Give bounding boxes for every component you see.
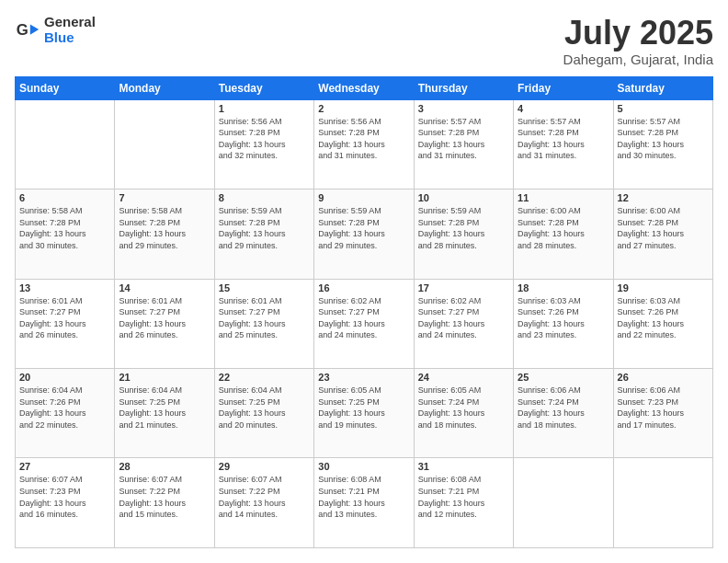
table-row: 26Sunrise: 6:06 AM Sunset: 7:23 PM Dayli…: [613, 369, 712, 458]
day-info: Sunrise: 6:03 AM Sunset: 7:26 PM Dayligh…: [618, 295, 709, 341]
day-info: Sunrise: 6:05 AM Sunset: 7:25 PM Dayligh…: [318, 385, 409, 431]
day-number: 8: [219, 192, 310, 203]
table-row: 30Sunrise: 6:08 AM Sunset: 7:21 PM Dayli…: [314, 458, 414, 548]
day-info: Sunrise: 5:58 AM Sunset: 7:28 PM Dayligh…: [119, 205, 210, 251]
header-saturday: Saturday: [613, 76, 712, 99]
table-row: 28Sunrise: 6:07 AM Sunset: 7:22 PM Dayli…: [115, 458, 214, 548]
day-number: 4: [518, 103, 609, 114]
month-title: July 2025: [563, 15, 713, 52]
day-number: 28: [119, 461, 210, 472]
day-number: 15: [219, 282, 310, 293]
day-number: 13: [19, 282, 110, 293]
table-row: 27Sunrise: 6:07 AM Sunset: 7:23 PM Dayli…: [16, 458, 115, 548]
header-tuesday: Tuesday: [214, 76, 313, 99]
header: G General Blue July 2025 Dahegam, Gujara…: [15, 15, 713, 67]
day-info: Sunrise: 6:07 AM Sunset: 7:22 PM Dayligh…: [219, 474, 310, 520]
day-info: Sunrise: 6:06 AM Sunset: 7:23 PM Dayligh…: [618, 385, 709, 431]
svg-marker-1: [30, 24, 39, 34]
table-row: 10Sunrise: 5:59 AM Sunset: 7:28 PM Dayli…: [414, 190, 513, 279]
header-thursday: Thursday: [414, 76, 513, 99]
week-row-1: 6Sunrise: 5:58 AM Sunset: 7:28 PM Daylig…: [16, 190, 713, 279]
table-row: 5Sunrise: 5:57 AM Sunset: 7:28 PM Daylig…: [613, 99, 712, 189]
table-row: 6Sunrise: 5:58 AM Sunset: 7:28 PM Daylig…: [16, 190, 115, 279]
day-info: Sunrise: 5:57 AM Sunset: 7:28 PM Dayligh…: [518, 116, 609, 162]
table-row: 8Sunrise: 5:59 AM Sunset: 7:28 PM Daylig…: [214, 190, 313, 279]
day-number: 1: [219, 103, 310, 114]
day-info: Sunrise: 5:57 AM Sunset: 7:28 PM Dayligh…: [618, 116, 709, 162]
day-number: 21: [119, 372, 210, 383]
table-row: [514, 458, 613, 548]
day-number: 3: [418, 103, 509, 114]
table-row: 21Sunrise: 6:04 AM Sunset: 7:25 PM Dayli…: [115, 369, 214, 458]
day-number: 5: [618, 103, 709, 114]
table-row: 24Sunrise: 6:05 AM Sunset: 7:24 PM Dayli…: [414, 369, 513, 458]
day-number: 30: [318, 461, 409, 472]
day-info: Sunrise: 6:00 AM Sunset: 7:28 PM Dayligh…: [618, 205, 709, 251]
day-info: Sunrise: 6:08 AM Sunset: 7:21 PM Dayligh…: [418, 474, 509, 520]
table-row: 7Sunrise: 5:58 AM Sunset: 7:28 PM Daylig…: [115, 190, 214, 279]
day-number: 9: [318, 192, 409, 203]
day-info: Sunrise: 6:01 AM Sunset: 7:27 PM Dayligh…: [119, 295, 210, 341]
day-number: 24: [418, 372, 509, 383]
table-row: [16, 99, 115, 189]
day-number: 20: [19, 372, 110, 383]
table-row: 15Sunrise: 6:01 AM Sunset: 7:27 PM Dayli…: [214, 279, 313, 368]
day-info: Sunrise: 5:56 AM Sunset: 7:28 PM Dayligh…: [219, 116, 310, 162]
logo-general-label: General: [44, 15, 96, 30]
table-row: 2Sunrise: 5:56 AM Sunset: 7:28 PM Daylig…: [314, 99, 414, 189]
day-info: Sunrise: 6:02 AM Sunset: 7:27 PM Dayligh…: [318, 295, 409, 341]
table-row: 9Sunrise: 5:59 AM Sunset: 7:28 PM Daylig…: [314, 190, 414, 279]
table-row: 12Sunrise: 6:00 AM Sunset: 7:28 PM Dayli…: [613, 190, 712, 279]
logo-icon: G: [15, 17, 40, 43]
table-row: [613, 458, 712, 548]
day-number: 14: [119, 282, 210, 293]
table-row: 14Sunrise: 6:01 AM Sunset: 7:27 PM Dayli…: [115, 279, 214, 368]
week-row-0: 1Sunrise: 5:56 AM Sunset: 7:28 PM Daylig…: [16, 99, 713, 189]
day-number: 16: [318, 282, 409, 293]
week-row-4: 27Sunrise: 6:07 AM Sunset: 7:23 PM Dayli…: [16, 458, 713, 548]
svg-text:G: G: [17, 20, 28, 38]
table-row: 17Sunrise: 6:02 AM Sunset: 7:27 PM Dayli…: [414, 279, 513, 368]
day-info: Sunrise: 5:58 AM Sunset: 7:28 PM Dayligh…: [19, 205, 110, 251]
weekday-header-row: Sunday Monday Tuesday Wednesday Thursday…: [16, 76, 713, 99]
calendar-table: Sunday Monday Tuesday Wednesday Thursday…: [15, 76, 713, 548]
day-number: 18: [518, 282, 609, 293]
day-info: Sunrise: 5:57 AM Sunset: 7:28 PM Dayligh…: [418, 116, 509, 162]
page: G General Blue July 2025 Dahegam, Gujara…: [0, 0, 728, 563]
day-info: Sunrise: 5:56 AM Sunset: 7:28 PM Dayligh…: [318, 116, 409, 162]
week-row-2: 13Sunrise: 6:01 AM Sunset: 7:27 PM Dayli…: [16, 279, 713, 368]
day-number: 2: [318, 103, 409, 114]
logo-blue-label: Blue: [44, 30, 96, 46]
table-row: 18Sunrise: 6:03 AM Sunset: 7:26 PM Dayli…: [514, 279, 613, 368]
table-row: 25Sunrise: 6:06 AM Sunset: 7:24 PM Dayli…: [514, 369, 613, 458]
table-row: [115, 99, 214, 189]
day-number: 23: [318, 372, 409, 383]
day-info: Sunrise: 6:05 AM Sunset: 7:24 PM Dayligh…: [418, 385, 509, 431]
day-number: 27: [19, 461, 110, 472]
day-info: Sunrise: 6:06 AM Sunset: 7:24 PM Dayligh…: [518, 385, 609, 431]
table-row: 20Sunrise: 6:04 AM Sunset: 7:26 PM Dayli…: [16, 369, 115, 458]
day-info: Sunrise: 5:59 AM Sunset: 7:28 PM Dayligh…: [219, 205, 310, 251]
table-row: 4Sunrise: 5:57 AM Sunset: 7:28 PM Daylig…: [514, 99, 613, 189]
header-wednesday: Wednesday: [314, 76, 414, 99]
table-row: 31Sunrise: 6:08 AM Sunset: 7:21 PM Dayli…: [414, 458, 513, 548]
day-info: Sunrise: 6:00 AM Sunset: 7:28 PM Dayligh…: [518, 205, 609, 251]
table-row: 29Sunrise: 6:07 AM Sunset: 7:22 PM Dayli…: [214, 458, 313, 548]
header-friday: Friday: [514, 76, 613, 99]
day-number: 12: [618, 192, 709, 203]
day-info: Sunrise: 6:04 AM Sunset: 7:26 PM Dayligh…: [19, 385, 110, 431]
day-info: Sunrise: 5:59 AM Sunset: 7:28 PM Dayligh…: [418, 205, 509, 251]
day-info: Sunrise: 6:08 AM Sunset: 7:21 PM Dayligh…: [318, 474, 409, 520]
logo: G General Blue: [15, 15, 96, 45]
day-info: Sunrise: 6:01 AM Sunset: 7:27 PM Dayligh…: [19, 295, 110, 341]
day-info: Sunrise: 6:07 AM Sunset: 7:23 PM Dayligh…: [19, 474, 110, 520]
day-number: 26: [618, 372, 709, 383]
day-info: Sunrise: 5:59 AM Sunset: 7:28 PM Dayligh…: [318, 205, 409, 251]
day-info: Sunrise: 6:01 AM Sunset: 7:27 PM Dayligh…: [219, 295, 310, 341]
table-row: 3Sunrise: 5:57 AM Sunset: 7:28 PM Daylig…: [414, 99, 513, 189]
table-row: 23Sunrise: 6:05 AM Sunset: 7:25 PM Dayli…: [314, 369, 414, 458]
day-number: 7: [119, 192, 210, 203]
day-number: 10: [418, 192, 509, 203]
header-monday: Monday: [115, 76, 214, 99]
table-row: 1Sunrise: 5:56 AM Sunset: 7:28 PM Daylig…: [214, 99, 313, 189]
